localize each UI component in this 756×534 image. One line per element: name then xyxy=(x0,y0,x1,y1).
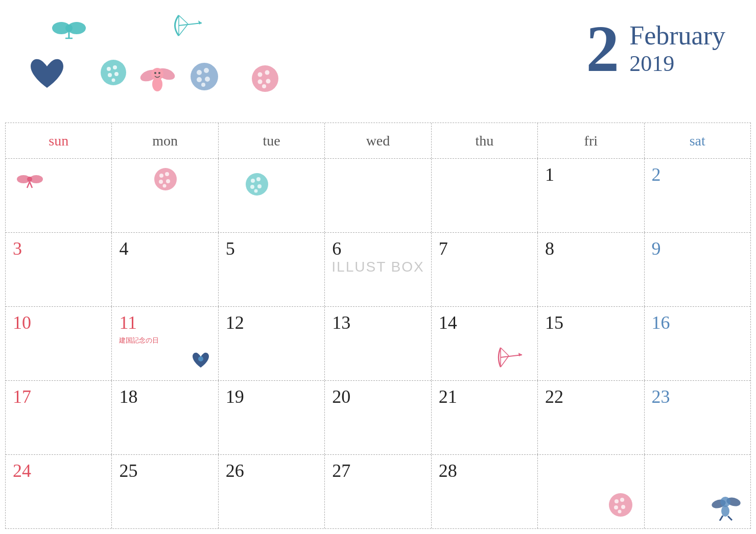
svg-point-21 xyxy=(158,72,160,74)
heart-icon-navy xyxy=(28,56,66,92)
day-number-3: 3 xyxy=(13,238,22,259)
day-cell-24: 24 xyxy=(6,455,112,528)
day-number-6: 6 xyxy=(332,238,341,259)
svg-point-66 xyxy=(720,497,730,507)
day-number-11: 11 xyxy=(119,312,137,333)
day-number-28: 28 xyxy=(439,460,457,481)
month-year: February 2019 xyxy=(629,20,725,77)
day-number-22: 22 xyxy=(545,386,563,407)
svg-point-32 xyxy=(266,79,271,84)
svg-point-48 xyxy=(250,185,254,189)
svg-point-26 xyxy=(205,77,210,82)
week-row-5: 24 25 26 27 28 xyxy=(6,455,750,528)
day-cell-7: 7 xyxy=(432,233,538,306)
holiday-label-11: 建国記念の日 xyxy=(119,336,210,345)
svg-point-36 xyxy=(27,177,32,182)
cupid-icon-bottom xyxy=(710,488,743,521)
svg-line-55 xyxy=(501,348,509,356)
day-cell-15: 15 xyxy=(538,307,644,380)
day-cell-26: 26 xyxy=(219,455,325,528)
svg-point-61 xyxy=(621,505,625,509)
day-number-15: 15 xyxy=(545,312,563,333)
calendar-header: 2 February 2019 xyxy=(0,0,756,123)
bow-icon-pink xyxy=(16,169,44,189)
day-cell-19: 19 xyxy=(219,381,325,454)
day-cell-25: 25 xyxy=(112,455,218,528)
day-cell-empty-4 xyxy=(325,159,431,232)
svg-marker-54 xyxy=(518,353,522,356)
svg-point-58 xyxy=(615,499,619,503)
svg-marker-7 xyxy=(198,20,202,25)
svg-point-24 xyxy=(204,68,209,73)
svg-line-68 xyxy=(728,516,732,520)
day-cell-10: 10 xyxy=(6,307,112,380)
day-cell-4: 4 xyxy=(112,233,218,306)
header-sun: sun xyxy=(6,123,112,158)
title-area: 2 February 2019 xyxy=(586,15,725,82)
svg-point-44 xyxy=(163,184,167,188)
svg-line-6 xyxy=(179,23,202,26)
day-cell-12: 12 xyxy=(219,307,325,380)
svg-point-47 xyxy=(256,177,261,181)
day-cell-empty-5 xyxy=(432,159,538,232)
day-cell-14: 14 xyxy=(432,307,538,380)
svg-line-67 xyxy=(720,516,723,521)
svg-point-27 xyxy=(201,83,205,87)
day-cell-9: 9 xyxy=(645,233,750,306)
svg-point-20 xyxy=(154,72,156,74)
day-cell-empty-sat xyxy=(645,455,750,528)
svg-point-62 xyxy=(618,510,621,514)
day-number-17: 17 xyxy=(13,386,31,407)
week-row-3: 10 11 建国記念の日 12 13 14 xyxy=(6,307,750,381)
header-wed: wed xyxy=(325,123,431,158)
heart-icon-cell11 xyxy=(191,351,210,370)
svg-point-50 xyxy=(254,189,257,193)
week-row-1: 1 2 xyxy=(6,159,750,233)
month-number: 2 xyxy=(586,15,619,82)
day-cell-23: 23 xyxy=(645,381,750,454)
day-cell-16: 16 xyxy=(645,307,750,380)
day-cell-20: 20 xyxy=(325,381,431,454)
day-number-20: 20 xyxy=(332,386,350,407)
svg-point-29 xyxy=(258,72,263,77)
svg-point-31 xyxy=(258,80,263,84)
day-cell-5: 5 xyxy=(219,233,325,306)
day-number-19: 19 xyxy=(226,386,244,407)
day-cell-11: 11 建国記念の日 xyxy=(112,307,218,380)
year-name: 2019 xyxy=(629,51,725,77)
svg-point-15 xyxy=(112,79,115,82)
svg-point-51 xyxy=(198,356,203,361)
svg-point-40 xyxy=(159,174,163,178)
week-row-2: 3 4 5 6 7 8 9 xyxy=(6,233,750,307)
day-cell-13: 13 xyxy=(325,307,431,380)
day-cell-18: 18 xyxy=(112,381,218,454)
day-cell-3: 3 xyxy=(6,233,112,306)
svg-line-38 xyxy=(30,182,32,188)
day-number-18: 18 xyxy=(119,386,137,407)
svg-point-23 xyxy=(197,70,202,75)
day-headers-row: sun mon tue wed thu fri sat xyxy=(6,123,750,159)
polka-ball-pink-bottom xyxy=(607,492,634,518)
header-mon: mon xyxy=(112,123,218,158)
svg-point-59 xyxy=(620,498,624,502)
day-number-21: 21 xyxy=(439,386,457,407)
day-number-24: 24 xyxy=(13,460,31,481)
polka-ball-blue-1 xyxy=(189,61,220,92)
day-number-5: 5 xyxy=(226,238,235,259)
svg-line-8 xyxy=(179,15,188,24)
svg-point-14 xyxy=(114,72,119,76)
day-cell-27: 27 xyxy=(325,455,431,528)
calendar-grid: sun mon tue wed thu fri sat xyxy=(5,123,751,529)
day-number-8: 8 xyxy=(545,238,554,259)
archer-icon-cell14 xyxy=(497,345,527,370)
day-cell-empty-fri xyxy=(538,455,644,528)
cupid-icon xyxy=(138,56,179,97)
header-tue: tue xyxy=(219,123,325,158)
day-cell-6: 6 xyxy=(325,233,431,306)
month-name: February xyxy=(629,20,725,51)
polka-ball-pink-1 xyxy=(250,64,280,93)
archer-icon xyxy=(169,10,209,41)
svg-point-41 xyxy=(165,172,169,176)
day-number-26: 26 xyxy=(226,460,244,481)
day-cell-21: 21 xyxy=(432,381,538,454)
